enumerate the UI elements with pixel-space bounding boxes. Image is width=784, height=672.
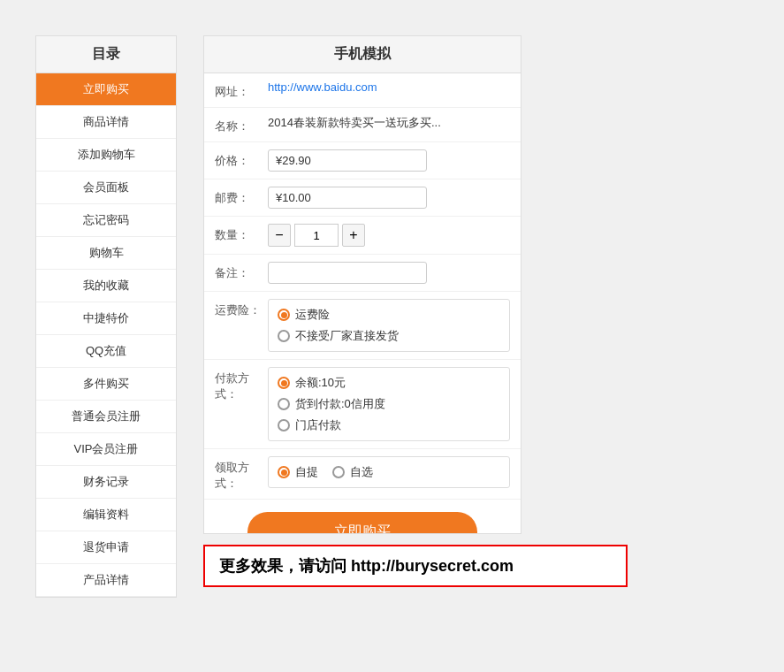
pickup-option-1[interactable]: 自提 bbox=[278, 464, 318, 480]
shipping-option-box: 运费险 不接受厂家直接发货 bbox=[268, 299, 510, 352]
sidebar-item-edit-profile[interactable]: 编辑资料 bbox=[36, 499, 176, 531]
main-container: 目录 立即购买 商品详情 添加购物车 会员面板 忘记密码 购物车 我的收藏 中捷… bbox=[18, 18, 766, 615]
shipping-options: 运费险 不接受厂家直接发货 bbox=[268, 299, 510, 352]
shipping-option-group: 运费险 不接受厂家直接发货 bbox=[278, 307, 500, 344]
payment-option-2[interactable]: 货到付款:0信用度 bbox=[278, 396, 500, 412]
name-label: 名称： bbox=[215, 115, 268, 134]
payment-row: 付款方式： 余额:10元 货到付款:0信用度 bbox=[204, 360, 521, 449]
postage-row: 邮费： bbox=[204, 179, 521, 217]
payment-option-1[interactable]: 余额:10元 bbox=[278, 375, 500, 391]
shipping-option-1[interactable]: 运费险 bbox=[278, 307, 500, 323]
note-input[interactable] bbox=[268, 262, 427, 284]
quantity-input[interactable] bbox=[294, 224, 339, 247]
payment-option-box: 余额:10元 货到付款:0信用度 门店付款 bbox=[268, 367, 510, 441]
name-value: 2014春装新款特卖买一送玩多买... bbox=[268, 115, 510, 131]
url-row: 网址： http://www.baidu.com bbox=[204, 73, 521, 108]
quantity-value: − + bbox=[268, 224, 510, 247]
sidebar-item-cart[interactable]: 购物车 bbox=[36, 237, 176, 270]
sidebar-item-buy-now[interactable]: 立即购买 bbox=[36, 73, 176, 106]
url-label: 网址： bbox=[215, 80, 268, 100]
note-row: 备注： bbox=[204, 255, 521, 292]
sidebar-item-add-cart[interactable]: 添加购物车 bbox=[36, 139, 176, 172]
promo-text: 更多效果，请访问 http://burysecret.com bbox=[219, 557, 514, 575]
right-panel: 手机模拟 网址： http://www.baidu.com 名称： 2014春装… bbox=[203, 35, 749, 598]
sidebar: 目录 立即购买 商品详情 添加购物车 会员面板 忘记密码 购物车 我的收藏 中捷… bbox=[35, 35, 177, 598]
sidebar-item-forgot-password[interactable]: 忘记密码 bbox=[36, 204, 176, 237]
payment-label: 付款方式： bbox=[215, 367, 268, 402]
postage-value bbox=[268, 187, 510, 209]
sidebar-item-favorites[interactable]: 我的收藏 bbox=[36, 270, 176, 302]
sidebar-title: 目录 bbox=[36, 36, 176, 73]
shipping-radio-checked bbox=[278, 309, 290, 321]
quantity-increase-button[interactable]: + bbox=[342, 224, 365, 247]
url-link[interactable]: http://www.baidu.com bbox=[268, 80, 377, 94]
pickup-row: 领取方式： 自提 自选 bbox=[204, 449, 521, 500]
sidebar-item-product-detail[interactable]: 商品详情 bbox=[36, 106, 176, 139]
sidebar-item-zhongjie-special[interactable]: 中捷特价 bbox=[36, 302, 176, 335]
pickup-options: 自提 自选 bbox=[268, 456, 510, 488]
payment-options: 余额:10元 货到付款:0信用度 门店付款 bbox=[268, 367, 510, 441]
pickup-option-1-label: 自提 bbox=[295, 464, 318, 480]
quantity-row: 数量： − + bbox=[204, 217, 521, 255]
payment-radio-checked bbox=[278, 377, 290, 389]
sidebar-item-finance[interactable]: 财务记录 bbox=[36, 466, 176, 499]
sidebar-item-member-register[interactable]: 普通会员注册 bbox=[36, 401, 176, 433]
sidebar-item-qq-recharge[interactable]: QQ充值 bbox=[36, 335, 176, 368]
pickup-option-group: 自提 自选 bbox=[278, 464, 500, 480]
phone-simulator: 手机模拟 网址： http://www.baidu.com 名称： 2014春装… bbox=[203, 35, 521, 534]
sidebar-item-member-panel[interactable]: 会员面板 bbox=[36, 172, 176, 204]
price-label: 价格： bbox=[215, 149, 268, 169]
name-row: 名称： 2014春装新款特卖买一送玩多买... bbox=[204, 108, 521, 142]
sidebar-item-return[interactable]: 退货申请 bbox=[36, 531, 176, 564]
note-label: 备注： bbox=[215, 262, 268, 281]
shipping-option-2-label: 不接受厂家直接发货 bbox=[295, 328, 399, 344]
pickup-radio-unchecked bbox=[332, 466, 345, 478]
payment-option-group: 余额:10元 货到付款:0信用度 门店付款 bbox=[278, 375, 500, 433]
phone-sim-title: 手机模拟 bbox=[204, 36, 521, 73]
pickup-radio-checked bbox=[278, 466, 290, 478]
shipping-option-2[interactable]: 不接受厂家直接发货 bbox=[278, 328, 500, 344]
payment-radio-unchecked-1 bbox=[278, 398, 290, 410]
quantity-control: − + bbox=[268, 224, 510, 247]
pickup-label: 领取方式： bbox=[215, 456, 268, 492]
price-row: 价格： bbox=[204, 142, 521, 179]
quantity-decrease-button[interactable]: − bbox=[268, 224, 291, 247]
payment-radio-unchecked-2 bbox=[278, 419, 290, 431]
shipping-radio-unchecked bbox=[278, 330, 290, 342]
payment-option-2-label: 货到付款:0信用度 bbox=[295, 396, 385, 412]
payment-option-3[interactable]: 门店付款 bbox=[278, 417, 500, 433]
postage-input[interactable] bbox=[268, 187, 427, 209]
pickup-option-2[interactable]: 自选 bbox=[332, 464, 373, 480]
promo-footer: 更多效果，请访问 http://burysecret.com bbox=[203, 545, 628, 587]
quantity-label: 数量： bbox=[215, 224, 268, 243]
note-value bbox=[268, 262, 510, 284]
phone-body[interactable]: 网址： http://www.baidu.com 名称： 2014春装新款特卖买… bbox=[204, 73, 521, 533]
sidebar-item-product[interactable]: 产品详情 bbox=[36, 564, 176, 597]
url-value: http://www.baidu.com bbox=[268, 80, 510, 94]
price-value bbox=[268, 149, 510, 172]
price-input[interactable] bbox=[268, 149, 427, 172]
postage-label: 邮费： bbox=[215, 187, 268, 206]
shipping-option-1-label: 运费险 bbox=[295, 307, 330, 323]
buy-now-button[interactable]: 立即购买 bbox=[247, 512, 477, 533]
sidebar-item-multi-buy[interactable]: 多件购买 bbox=[36, 368, 176, 401]
pickup-option-box: 自提 自选 bbox=[268, 456, 510, 488]
pickup-option-2-label: 自选 bbox=[350, 464, 373, 480]
payment-option-1-label: 余额:10元 bbox=[295, 375, 346, 391]
sidebar-item-vip-register[interactable]: VIP会员注册 bbox=[36, 433, 176, 466]
payment-option-3-label: 门店付款 bbox=[295, 417, 341, 433]
shipping-label: 运费险： bbox=[215, 299, 268, 318]
shipping-row: 运费险： 运费险 不接受厂家直接发货 bbox=[204, 292, 521, 360]
